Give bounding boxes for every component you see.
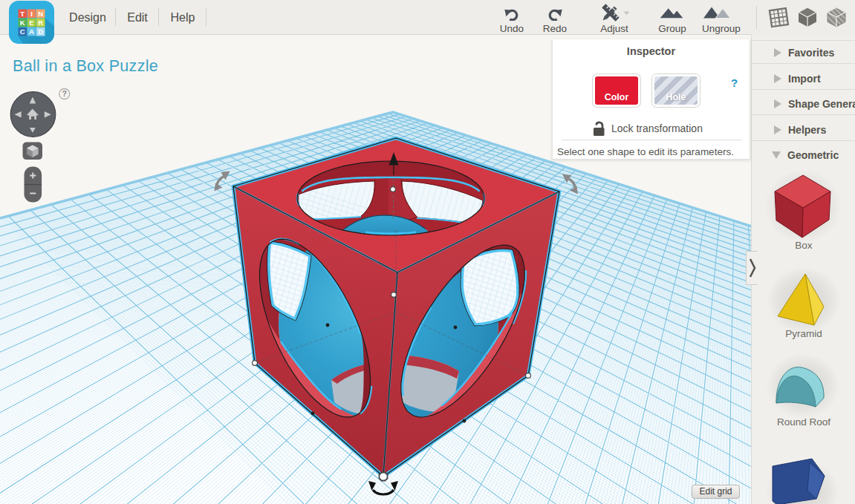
svg-text:C: C [20,27,25,36]
svg-text:D: D [38,27,43,36]
svg-text:?: ? [62,89,66,98]
svg-text:T: T [20,10,25,18]
svg-text:K: K [20,19,25,27]
svg-text:E: E [29,19,34,27]
svg-text:N: N [38,10,43,18]
svg-text:R: R [38,19,43,27]
svg-text:A: A [29,27,34,36]
svg-text:I: I [30,10,33,18]
